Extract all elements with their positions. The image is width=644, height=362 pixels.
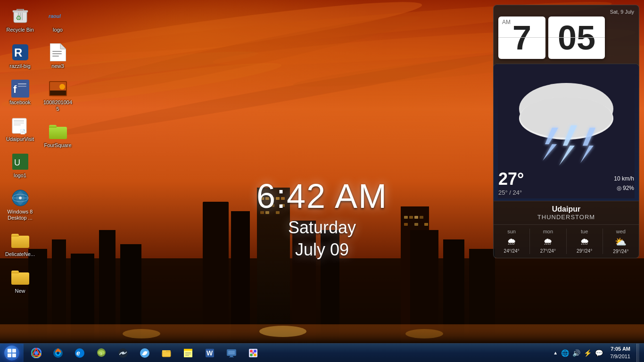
forecast-wed-label: wed	[603, 229, 639, 234]
new3-icon	[49, 43, 67, 62]
taskbar-firefox[interactable]	[48, 345, 68, 362]
start-button[interactable]	[0, 344, 24, 362]
taskbar-twitter[interactable]	[134, 345, 155, 362]
desktop-icon-new3[interactable]: new3	[40, 41, 75, 71]
desktop-icon-facebook[interactable]: f facebook	[2, 77, 38, 107]
svg-text:U: U	[14, 158, 20, 167]
svg-text:📄: 📄	[20, 129, 26, 134]
desktop-icon-windows8[interactable]: Windows 8Desktop ...	[2, 187, 38, 223]
taskbar: e :)	[0, 343, 644, 362]
weather-widget: 27° 25° / 24° 10 km/h ◎ 92% Udaipur THUN…	[493, 64, 639, 258]
desktop-icon-recycle-bin[interactable]: ♻ Recycle Bin	[2, 5, 38, 35]
center-time-display: 6:42 AM Saturday July 09	[256, 179, 388, 260]
desktop-icon-delicate[interactable]: DelicateNe...	[2, 229, 38, 259]
taskbar-clock[interactable]: 7:05 AM 7/9/2011	[606, 346, 634, 360]
taskbar-word[interactable]: W	[199, 345, 220, 362]
taskbar-ie[interactable]: e	[69, 345, 90, 362]
forecast-tue-label: tue	[567, 229, 603, 234]
razzil-icon: R	[11, 43, 30, 62]
forecast-sun-temp: 24°/24°	[494, 248, 529, 254]
desktop-icon-razzil[interactable]: R razzil-big	[2, 41, 38, 71]
svg-point-119	[250, 350, 253, 353]
svg-point-95	[57, 352, 59, 354]
weather-stats-overlay: 27° 25° / 24°	[498, 169, 524, 196]
weather-city: Udaipur	[498, 205, 634, 214]
taskbar-date: 7/9/2011	[610, 353, 630, 360]
recycle-bin-label: Recycle Bin	[6, 27, 33, 33]
svg-rect-86	[12, 349, 16, 353]
tray-expand-arrow[interactable]: ▲	[553, 350, 558, 355]
taskbar-rdc[interactable]	[221, 345, 242, 362]
new-label: New	[15, 288, 25, 294]
svg-text:R: R	[14, 46, 22, 59]
forecast-mon: mon 🌧 27°/24°	[530, 229, 566, 254]
clock-digits-row: AM 7 05	[498, 16, 634, 59]
svg-rect-73	[52, 53, 62, 54]
weather-humidity: ◎ 92%	[617, 185, 634, 191]
windows-logo-icon	[7, 348, 17, 358]
delicate-label: DelicateNe...	[5, 251, 35, 257]
svg-rect-47	[13, 10, 28, 12]
taskbar-files[interactable]	[156, 345, 177, 362]
svg-rect-57	[18, 86, 26, 87]
forecast-mon-icon: 🌧	[530, 236, 566, 247]
svg-rect-74	[52, 56, 59, 57]
desktop-icon-logo1[interactable]: U logo1	[2, 150, 38, 181]
tray-volume-icon[interactable]: 🔊	[571, 348, 581, 358]
forecast-tue: tue 🌧 29°/24°	[567, 229, 603, 254]
svg-text:raoul: raoul	[49, 13, 61, 19]
svg-text::): :)	[99, 351, 102, 355]
clock-am-label: AM	[502, 19, 511, 25]
svg-marker-71	[60, 43, 66, 49]
desktop-icon-photo[interactable]: 10082010045	[40, 77, 75, 114]
svg-text:f: f	[13, 83, 17, 95]
svg-rect-56	[18, 83, 26, 84]
center-date: July 09	[256, 240, 388, 260]
facebook-icon: f	[11, 79, 30, 98]
desktop-icon-new[interactable]: New	[2, 266, 38, 296]
svg-point-120	[254, 350, 256, 353]
svg-rect-115	[228, 351, 235, 354]
svg-rect-60	[14, 123, 24, 123]
weather-temp-big: 27°	[498, 169, 524, 189]
center-day: Saturday	[256, 218, 388, 238]
taskbar-paint[interactable]	[243, 345, 264, 362]
facebook-label: facebook	[9, 99, 31, 106]
taskbar-chrome[interactable]	[26, 345, 47, 362]
weather-condition: THUNDERSTORM	[498, 214, 634, 221]
start-orb	[4, 346, 19, 361]
forecast-sun-label: sun	[494, 229, 529, 234]
svg-point-78	[59, 84, 65, 90]
desktop-icon-udaipur[interactable]: 📄 UdaipurVisit	[2, 114, 38, 144]
desktop: ♻ Recycle Bin R razzil-big f	[0, 0, 644, 362]
desktop-icon-logo[interactable]: raoul logo	[40, 5, 75, 35]
svg-point-123	[252, 352, 254, 354]
svg-rect-85	[8, 349, 11, 353]
svg-rect-61	[14, 124, 21, 125]
weather-forecast-row: sun 🌧 24°/24° mon 🌧 27°/24° tue 🌧 29°/24…	[494, 224, 639, 258]
taskbar-steam[interactable]	[113, 345, 133, 362]
svg-rect-87	[8, 354, 11, 357]
clock-date: Sat, 9 July	[498, 9, 634, 15]
photo-icon	[49, 79, 67, 98]
razzil-label: razzil-big	[9, 63, 30, 69]
svg-rect-59	[14, 120, 24, 122]
tray-network-icon[interactable]: 🌐	[560, 348, 570, 358]
forecast-tue-icon: 🌧	[567, 236, 603, 247]
tray-icons: 🌐 🔊 ⚡ 💬	[560, 348, 604, 358]
clock-hour-block: AM 7	[498, 16, 545, 59]
logo1-icon: U	[11, 152, 30, 171]
svg-text:e: e	[76, 349, 80, 357]
recycle-bin-icon: ♻	[11, 7, 30, 25]
udaipur-icon: 📄	[11, 116, 30, 135]
desktop-icon-foursquare[interactable]: FourSquare	[40, 120, 75, 150]
svg-point-68	[19, 197, 22, 199]
tray-battery-icon[interactable]: ⚡	[583, 348, 593, 358]
tray-notification-icon[interactable]: 💬	[594, 348, 604, 358]
forecast-wed: wed ⛅ 29°/24°	[603, 229, 639, 254]
svg-rect-117	[229, 357, 234, 357]
taskbar-pidgin[interactable]: :)	[91, 345, 112, 362]
show-desktop-button[interactable]	[636, 344, 639, 362]
forecast-mon-temp: 27°/24°	[530, 248, 566, 254]
taskbar-sticky[interactable]	[178, 345, 198, 362]
